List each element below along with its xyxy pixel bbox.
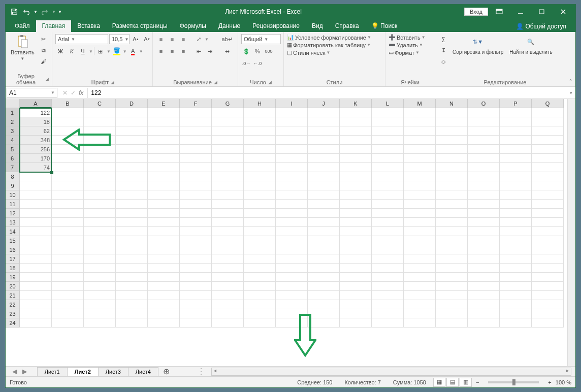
cell-E24[interactable] [148, 318, 180, 328]
comma-format-icon[interactable]: 000 [264, 46, 274, 56]
row-head-16[interactable]: 16 [6, 245, 20, 254]
insert-cells-button[interactable]: ➕ Вставить ▼ [389, 34, 426, 41]
cell-K16[interactable] [340, 245, 372, 254]
cell-Q19[interactable] [532, 273, 564, 282]
cell-P2[interactable] [500, 117, 532, 126]
cell-C17[interactable] [84, 254, 116, 264]
cell-J13[interactable] [308, 218, 340, 227]
cell-J8[interactable] [308, 172, 340, 181]
cell-P11[interactable] [500, 200, 532, 209]
cell-H18[interactable] [244, 264, 276, 273]
cell-N5[interactable] [436, 145, 468, 154]
cell-P8[interactable] [500, 172, 532, 181]
cell-N23[interactable] [436, 309, 468, 318]
col-head-D[interactable]: D [116, 99, 148, 108]
cell-N7[interactable] [436, 163, 468, 172]
cell-O5[interactable] [468, 145, 500, 154]
cell-L6[interactable] [372, 154, 404, 163]
cell-Q15[interactable] [532, 236, 564, 245]
cell-A9[interactable] [20, 181, 52, 190]
cell-O22[interactable] [468, 300, 500, 309]
cell-B17[interactable] [52, 254, 84, 264]
cell-C2[interactable] [84, 117, 116, 126]
cell-B20[interactable] [52, 282, 84, 291]
cell-L10[interactable] [372, 190, 404, 200]
cell-A19[interactable] [20, 273, 52, 282]
cell-J7[interactable] [308, 163, 340, 172]
cell-P21[interactable] [500, 291, 532, 300]
cell-Q4[interactable] [532, 136, 564, 145]
cell-H15[interactable] [244, 236, 276, 245]
cell-O6[interactable] [468, 154, 500, 163]
cell-L8[interactable] [372, 172, 404, 181]
dialog-launcher-icon[interactable]: ◢ [214, 80, 217, 85]
cell-N4[interactable] [436, 136, 468, 145]
cell-D18[interactable] [116, 264, 148, 273]
cell-Q24[interactable] [532, 318, 564, 328]
row-head-18[interactable]: 18 [6, 264, 20, 273]
cell-P14[interactable] [500, 227, 532, 236]
cell-C24[interactable] [84, 318, 116, 328]
cell-H21[interactable] [244, 291, 276, 300]
cell-C6[interactable] [84, 154, 116, 163]
col-head-G[interactable]: G [212, 99, 244, 108]
cell-P5[interactable] [500, 145, 532, 154]
cell-I18[interactable] [276, 264, 308, 273]
col-head-P[interactable]: P [500, 99, 532, 108]
cell-N10[interactable] [436, 190, 468, 200]
cell-K24[interactable] [340, 318, 372, 328]
cell-A5[interactable]: 256 [20, 145, 52, 154]
cell-Q3[interactable] [532, 126, 564, 136]
cell-J14[interactable] [308, 227, 340, 236]
cell-B10[interactable] [52, 190, 84, 200]
cell-A14[interactable] [20, 227, 52, 236]
conditional-format-button[interactable]: 📊 Условное форматирование ▼ [287, 34, 371, 41]
cell-B1[interactable] [52, 108, 84, 117]
row-head-9[interactable]: 9 [6, 181, 20, 190]
cell-J3[interactable] [308, 126, 340, 136]
row-head-13[interactable]: 13 [6, 218, 20, 227]
col-head-B[interactable]: B [52, 99, 84, 108]
cell-N9[interactable] [436, 181, 468, 190]
row-head-19[interactable]: 19 [6, 273, 20, 282]
cell-E13[interactable] [148, 218, 180, 227]
cell-L16[interactable] [372, 245, 404, 254]
cell-M19[interactable] [404, 273, 436, 282]
cell-N16[interactable] [436, 245, 468, 254]
cell-D16[interactable] [116, 245, 148, 254]
cell-A22[interactable] [20, 300, 52, 309]
cell-A12[interactable] [20, 209, 52, 218]
tab-review[interactable]: Рецензирование [246, 20, 306, 32]
cell-I15[interactable] [276, 236, 308, 245]
cell-D23[interactable] [116, 309, 148, 318]
cell-L18[interactable] [372, 264, 404, 273]
cell-G19[interactable] [212, 273, 244, 282]
cell-M4[interactable] [404, 136, 436, 145]
font-name-combo[interactable]: Arial▼ [55, 34, 108, 44]
cell-Q20[interactable] [532, 282, 564, 291]
row-head-6[interactable]: 6 [6, 154, 20, 163]
cell-L24[interactable] [372, 318, 404, 328]
cell-G24[interactable] [212, 318, 244, 328]
cell-I4[interactable] [276, 136, 308, 145]
cell-A21[interactable] [20, 291, 52, 300]
cell-O13[interactable] [468, 218, 500, 227]
align-right-icon[interactable]: ≡ [178, 46, 188, 56]
delete-cells-button[interactable]: ➖ Удалить ▼ [389, 42, 423, 48]
cell-E20[interactable] [148, 282, 180, 291]
cell-G11[interactable] [212, 200, 244, 209]
cell-L21[interactable] [372, 291, 404, 300]
cell-G3[interactable] [212, 126, 244, 136]
cell-Q5[interactable] [532, 145, 564, 154]
cell-N22[interactable] [436, 300, 468, 309]
cell-M23[interactable] [404, 309, 436, 318]
cell-I13[interactable] [276, 218, 308, 227]
cell-H17[interactable] [244, 254, 276, 264]
cell-F1[interactable] [180, 108, 212, 117]
cell-E21[interactable] [148, 291, 180, 300]
find-select-button[interactable]: 🔍 Найти и выделить [507, 34, 554, 56]
cell-B23[interactable] [52, 309, 84, 318]
cell-F20[interactable] [180, 282, 212, 291]
cell-B18[interactable] [52, 264, 84, 273]
decrease-font-icon[interactable]: A▾ [142, 34, 152, 44]
